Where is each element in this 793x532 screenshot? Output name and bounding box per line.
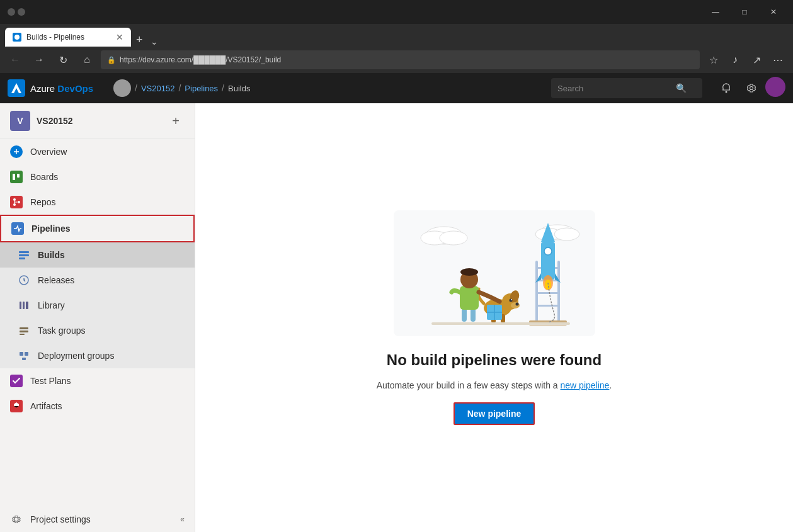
new-pipeline-link[interactable]: new pipeline	[561, 380, 610, 390]
home-button[interactable]: ⌂	[77, 50, 97, 70]
address-bar[interactable]: 🔒 https://dev.azure.com/██████/VS20152/_…	[101, 50, 700, 69]
sidebar-item-testplans[interactable]: Test Plans	[0, 368, 195, 393]
sidebar-item-repos-label: Repos	[30, 197, 55, 207]
svg-rect-13	[19, 251, 29, 253]
new-pipeline-button[interactable]: New pipeline	[454, 402, 535, 425]
overview-icon	[10, 145, 23, 158]
sidebar-item-artifacts[interactable]: Artifacts	[0, 393, 195, 419]
empty-state: No build pipelines were found Automate y…	[377, 210, 612, 425]
project-avatar: V	[10, 111, 30, 131]
svg-rect-18	[23, 302, 25, 309]
svg-rect-7	[17, 174, 20, 178]
sidebar-item-repos[interactable]: Repos	[0, 190, 195, 215]
svg-point-34	[554, 228, 579, 241]
new-tab-button[interactable]: +	[131, 33, 148, 47]
org-avatar[interactable]	[113, 79, 131, 97]
settings-gear-icon	[10, 513, 23, 526]
maximize-button[interactable]: □	[730, 0, 759, 24]
user-avatar[interactable]	[765, 77, 785, 97]
svg-rect-5	[10, 171, 23, 183]
search-box[interactable]: 🔍	[551, 78, 702, 98]
sidebar-item-taskgroups[interactable]: Task groups	[0, 318, 195, 343]
back-button[interactable]: ←	[5, 50, 25, 70]
sidebar-item-releases-label: Releases	[38, 275, 74, 285]
sidebar-item-builds-label: Builds	[38, 250, 65, 260]
svg-point-54	[509, 299, 512, 302]
pipelines-icon	[11, 222, 24, 235]
svg-rect-14	[19, 254, 29, 256]
testplans-icon	[10, 375, 23, 387]
svg-point-31	[440, 231, 467, 245]
svg-rect-24	[25, 352, 28, 356]
active-tab[interactable]: Builds - Pipelines ✕	[5, 28, 131, 47]
svg-point-3	[726, 91, 727, 93]
collapse-chevron[interactable]: «	[180, 515, 185, 524]
empty-state-title: No build pipelines were found	[387, 351, 602, 369]
sidebar-item-artifacts-label: Artifacts	[30, 401, 62, 411]
search-input[interactable]	[557, 84, 671, 93]
favorites-icon[interactable]: ☆	[704, 50, 724, 70]
breadcrumb-project[interactable]: VS20152	[141, 84, 175, 93]
browser-chrome: — □ ✕	[0, 0, 793, 24]
svg-rect-39	[535, 292, 560, 294]
add-project-button[interactable]: +	[167, 112, 185, 130]
sidebar-item-library[interactable]: Library	[0, 293, 195, 318]
svg-point-9	[13, 198, 16, 201]
settings-label: Project settings	[30, 514, 91, 524]
url-text: https://dev.azure.com/██████/VS20152/_bu…	[120, 55, 693, 64]
svg-rect-25	[22, 358, 26, 360]
svg-rect-20	[20, 327, 28, 329]
breadcrumb-builds: Builds	[228, 84, 250, 93]
deploymentgroups-icon	[18, 349, 30, 362]
boards-icon	[10, 171, 23, 183]
project-name: VS20152	[37, 116, 161, 126]
svg-point-55	[511, 299, 512, 300]
sidebar-item-releases[interactable]: Releases	[0, 268, 195, 293]
svg-point-62	[460, 268, 478, 276]
app-topbar: Azure DevOps / VS20152 / Pipelines / Bui…	[0, 73, 793, 103]
lock-icon: 🔒	[107, 56, 116, 64]
tab-menu-button[interactable]: ⌄	[148, 37, 161, 47]
svg-rect-12	[11, 222, 24, 235]
svg-rect-66	[431, 322, 570, 325]
svg-rect-17	[20, 302, 21, 309]
svg-rect-21	[20, 331, 28, 332]
breadcrumb-pipelines[interactable]: Pipelines	[185, 84, 218, 93]
svg-rect-22	[20, 334, 25, 335]
svg-rect-60	[460, 286, 479, 310]
reload-button[interactable]: ↻	[53, 50, 73, 70]
notifications-icon[interactable]	[715, 77, 738, 99]
share-icon[interactable]: ↗	[746, 50, 767, 70]
taskgroups-icon	[18, 324, 30, 337]
tab-bar: Builds - Pipelines ✕ + ⌄	[0, 24, 793, 47]
sidebar-item-boards-label: Boards	[30, 172, 58, 182]
sidebar-item-deploymentgroups[interactable]: Deployment groups	[0, 343, 195, 368]
sidebar-item-taskgroups-label: Task groups	[38, 325, 85, 336]
project-header: V VS20152 +	[0, 103, 195, 139]
sidebar-item-builds[interactable]: Builds	[0, 242, 195, 268]
azure-logo[interactable]: Azure DevOps	[8, 79, 93, 97]
builds-icon	[18, 249, 30, 261]
minimize-button[interactable]: —	[701, 0, 730, 24]
extensions-icon[interactable]: ⋯	[768, 50, 788, 70]
svg-rect-19	[26, 302, 28, 309]
logo-text: Azure DevOps	[30, 83, 93, 94]
read-aloud-icon[interactable]: ♪	[725, 50, 745, 70]
sidebar-item-settings[interactable]: Project settings «	[0, 507, 195, 532]
close-button[interactable]: ✕	[759, 0, 788, 24]
empty-illustration	[394, 210, 595, 336]
releases-icon	[18, 274, 30, 286]
tab-close-button[interactable]: ✕	[116, 32, 123, 42]
sidebar-item-pipelines[interactable]: Pipelines	[0, 215, 195, 242]
svg-point-0	[14, 35, 20, 40]
forward-button[interactable]: →	[29, 50, 49, 70]
sidebar-item-pipelines-label: Pipelines	[31, 224, 70, 234]
sidebar: V VS20152 + Overview Boards Repos	[0, 103, 195, 532]
search-icon[interactable]: 🔍	[676, 83, 687, 93]
repos-icon	[10, 196, 23, 208]
sidebar-item-boards[interactable]: Boards	[0, 164, 195, 190]
sidebar-item-overview[interactable]: Overview	[0, 139, 195, 164]
sidebar-item-overview-label: Overview	[30, 147, 67, 157]
svg-rect-59	[471, 308, 476, 322]
settings-icon[interactable]	[740, 77, 763, 99]
